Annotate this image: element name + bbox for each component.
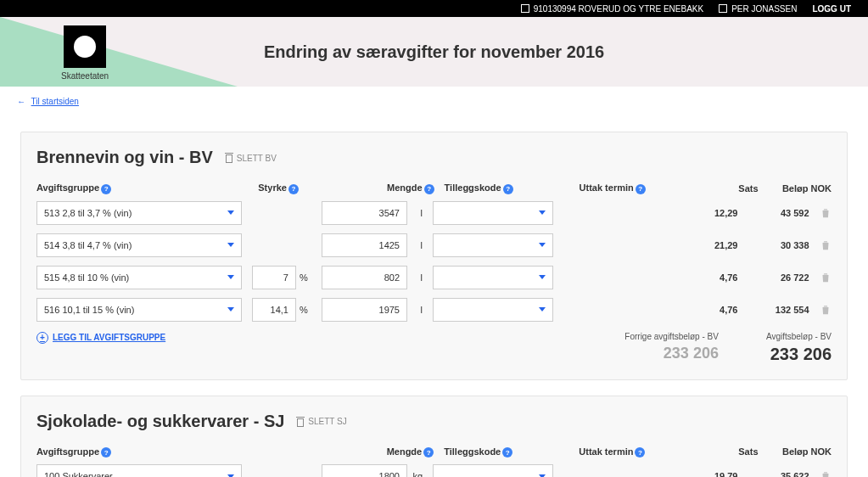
mengde-input[interactable]: 3547: [322, 201, 407, 225]
table-row: 516 10,1 til 15 % (vin)14,1%1975l4,76132…: [36, 298, 832, 322]
user-name: PER JONASSEN: [731, 4, 797, 14]
user-menu[interactable]: PER JONASSEN: [719, 4, 797, 14]
curr-total-value: 233 206: [766, 345, 832, 364]
delete-bv-button[interactable]: SLETT BV: [225, 153, 277, 163]
sats-value: 21,29: [669, 240, 737, 250]
chevron-down-icon: [227, 243, 234, 247]
select-value: 514 3,8 til 4,7 % (vin): [44, 240, 132, 250]
logo-icon: [74, 36, 96, 58]
sats-value: 12,29: [669, 208, 737, 218]
delete-row-button[interactable]: [820, 272, 832, 283]
table-row: 513 2,8 til 3,7 % (vin)3547l12,2943 592: [36, 201, 832, 225]
help-icon[interactable]: ?: [101, 184, 111, 194]
mengde-input[interactable]: 1975: [322, 298, 407, 322]
topbar: 910130994 ROVERUD OG YTRE ENEBAKK PER JO…: [0, 0, 868, 17]
mengde-unit: l: [411, 240, 423, 250]
trash-icon: [820, 239, 832, 251]
help-icon[interactable]: ?: [635, 447, 645, 457]
belop-value: 43 592: [748, 208, 809, 218]
panel-bv: Brennevin og vin - BV SLETT BV Avgiftsgr…: [20, 132, 848, 380]
trash-icon: [225, 153, 233, 163]
sj-column-headers: Avgiftsgruppe? Mengde? Tilleggskode? Utt…: [36, 446, 832, 458]
avgiftgruppe-select[interactable]: 100 Sukkervarer: [36, 464, 242, 477]
trash-icon: [820, 470, 832, 477]
back-link[interactable]: Til startsiden: [31, 97, 79, 106]
header-avgiftgruppe: Avgiftsgruppe: [36, 446, 99, 457]
percent-unit: %: [300, 272, 311, 283]
sats-value: 4,76: [669, 305, 737, 315]
select-value: 513 2,8 til 3,7 % (vin): [44, 208, 132, 218]
logo-caption: Skatteetaten: [61, 71, 109, 81]
chevron-down-icon: [227, 210, 234, 215]
logo-block: Skatteetaten: [61, 25, 109, 81]
belop-value: 30 338: [748, 240, 809, 250]
chevron-down-icon: [539, 307, 546, 311]
help-icon[interactable]: ?: [423, 447, 434, 457]
delete-row-button[interactable]: [820, 239, 832, 251]
page-header: Skatteetaten Endring av særavgifter for …: [0, 17, 868, 87]
trash-icon: [820, 207, 832, 219]
avgiftgruppe-select[interactable]: 515 4,8 til 10 % (vin): [36, 266, 242, 289]
help-icon[interactable]: ?: [288, 184, 299, 194]
back-arrow-icon: ←: [17, 97, 25, 106]
chevron-down-icon: [227, 307, 234, 311]
tilleggskode-select[interactable]: [433, 298, 553, 322]
logout-link[interactable]: LOGG UT: [812, 4, 851, 14]
mengde-unit: l: [411, 305, 423, 315]
delete-row-button[interactable]: [820, 207, 832, 219]
help-icon[interactable]: ?: [636, 184, 646, 194]
user-icon: [719, 4, 727, 13]
help-icon[interactable]: ?: [424, 184, 434, 194]
avgiftgruppe-select[interactable]: 516 10,1 til 15 % (vin): [36, 298, 242, 322]
panel-sj-title: Sjokolade- og sukkervarer - SJ: [36, 412, 284, 431]
avgiftgruppe-select[interactable]: 514 3,8 til 4,7 % (vin): [36, 233, 242, 257]
chevron-down-icon: [539, 210, 546, 215]
header-styrke: Styrke: [258, 182, 287, 193]
select-value: 515 4,8 til 10 % (vin): [44, 272, 129, 283]
chevron-down-icon: [539, 275, 546, 279]
trash-icon: [820, 272, 832, 283]
help-icon[interactable]: ?: [502, 447, 512, 457]
delete-bv-label: SLETT BV: [237, 154, 277, 163]
mengde-unit: l: [411, 272, 423, 283]
header-mengde: Mengde: [387, 182, 423, 193]
bv-totals: Forrige avgiftsbeløp - BV 233 206 Avgift…: [624, 332, 832, 364]
delete-row-button[interactable]: [820, 470, 832, 477]
building-icon: [521, 4, 529, 13]
avgiftgruppe-select[interactable]: 513 2,8 til 3,7 % (vin): [36, 201, 242, 225]
header-sats: Sats: [738, 183, 758, 194]
header-decoration: [0, 17, 238, 87]
tilleggskode-select[interactable]: [433, 233, 553, 257]
tilleggskode-select[interactable]: [433, 464, 553, 477]
sats-value: 19,79: [669, 471, 737, 477]
header-sats: Sats: [738, 446, 758, 457]
tilleggskode-select[interactable]: [433, 266, 553, 289]
sats-value: 4,76: [669, 272, 737, 283]
help-icon[interactable]: ?: [101, 447, 111, 457]
prev-total-label: Forrige avgiftsbeløp - BV: [624, 332, 719, 341]
header-uttak: Uttak termin: [580, 182, 634, 193]
mengde-input[interactable]: 1800: [322, 464, 407, 477]
add-label: LEGG TIL AVGIFTSGRUPPE: [53, 333, 165, 342]
delete-row-button[interactable]: [820, 304, 832, 316]
help-icon[interactable]: ?: [503, 184, 513, 194]
mengde-input[interactable]: 802: [322, 266, 407, 289]
header-uttak: Uttak termin: [579, 446, 633, 457]
chevron-down-icon: [539, 474, 546, 478]
header-belop: Beløp NOK: [782, 446, 832, 457]
header-tilleggskode: Tilleggskode: [445, 182, 501, 193]
percent-unit: %: [300, 305, 311, 315]
styrke-input[interactable]: 7: [252, 266, 296, 289]
select-value: 100 Sukkervarer: [44, 471, 113, 477]
delete-sj-button[interactable]: SLETT SJ: [296, 417, 346, 427]
add-avgiftgruppe-button[interactable]: + LEGG TIL AVGIFTSGRUPPE: [36, 332, 165, 344]
org-selector[interactable]: 910130994 ROVERUD OG YTRE ENEBAKK: [521, 4, 703, 14]
skatteetaten-logo: [64, 25, 106, 68]
breadcrumb: ← Til startsiden: [0, 87, 868, 116]
tilleggskode-select[interactable]: [433, 201, 553, 225]
trash-icon: [820, 304, 832, 316]
select-value: 516 10,1 til 15 % (vin): [44, 305, 134, 315]
header-mengde: Mengde: [387, 446, 423, 457]
mengde-input[interactable]: 1425: [322, 233, 407, 257]
styrke-input[interactable]: 14,1: [252, 298, 296, 322]
